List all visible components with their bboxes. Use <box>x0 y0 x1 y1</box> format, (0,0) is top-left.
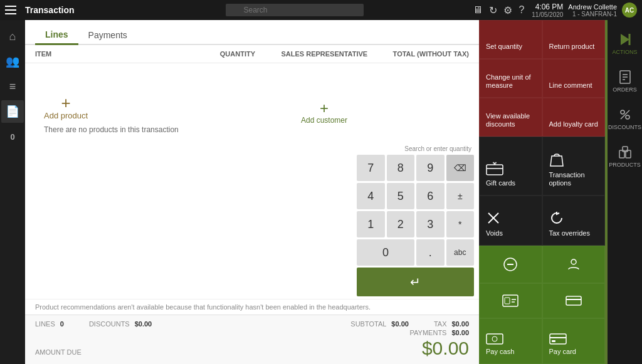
tab-lines[interactable]: Lines <box>35 24 78 45</box>
search-input[interactable] <box>226 4 364 16</box>
numpad-enter[interactable]: ↵ <box>357 268 474 296</box>
refresh-icon[interactable]: ↻ <box>489 4 497 16</box>
col-item-header: ITEM <box>35 50 209 58</box>
sidebar-menu[interactable]: ≡ <box>1 75 24 98</box>
payments-label: PAYMENTS <box>410 329 447 336</box>
tax-value: $0.00 <box>451 320 469 328</box>
gift-cards-btn[interactable]: Gift cards <box>479 137 542 195</box>
numpad-5[interactable]: 5 <box>387 183 415 209</box>
change-unit-btn[interactable]: Change unit of measure <box>479 59 542 98</box>
discounts-label: DISCOUNTS <box>608 124 641 130</box>
user-info: Andrew Collette 1 - SANFRAN-1 <box>568 3 617 18</box>
actions-sidebar-item[interactable]: ACTIONS <box>608 25 642 63</box>
actions-label: ACTIONS <box>612 49 637 55</box>
return-product-btn[interactable]: Return product <box>542 20 606 59</box>
add-customer-button[interactable]: + Add customer <box>301 101 347 125</box>
sidebar-page[interactable]: 📄 <box>1 100 24 123</box>
settings-icon[interactable]: ⚙ <box>503 4 512 16</box>
numpad-plusminus[interactable]: ± <box>446 183 475 209</box>
no-products-text: There are no products in this transactio… <box>44 125 179 134</box>
svg-line-27 <box>621 110 629 119</box>
tab-payments[interactable]: Payments <box>78 25 137 44</box>
actions-icon <box>618 33 632 46</box>
numpad-4[interactable]: 4 <box>357 183 385 209</box>
discounts-label: DISCOUNTS <box>89 320 130 328</box>
date: 11/05/2020 <box>532 11 563 18</box>
numpad-abc[interactable]: abc <box>446 239 475 266</box>
pay-card-icon <box>549 333 567 345</box>
orders-icon <box>618 70 632 84</box>
numpad-2[interactable]: 2 <box>387 211 415 237</box>
svg-point-25 <box>621 110 624 114</box>
search-wrap <box>226 4 364 16</box>
left-sidebar: ⌂ 👥 ≡ 📄 0 <box>0 20 25 364</box>
bottom-bar: LINES 0 DISCOUNTS $0.00 SUBTOTAL $0.00 <box>25 315 479 364</box>
tax-overrides-btn[interactable]: Tax overrides <box>542 195 606 246</box>
person-btn[interactable] <box>542 246 606 283</box>
sidebar-home[interactable]: ⌂ <box>1 25 24 48</box>
svg-rect-9 <box>503 295 518 306</box>
credit-card-icon <box>566 294 582 307</box>
svg-rect-13 <box>566 296 581 305</box>
line-comment-btn[interactable]: Line comment <box>542 59 606 98</box>
discounts-stat: DISCOUNTS $0.00 <box>89 320 152 328</box>
cash-icon <box>486 333 503 345</box>
pay-cash-btn[interactable]: Pay cash <box>479 318 542 364</box>
x-icon <box>486 211 501 226</box>
svg-rect-10 <box>505 298 510 304</box>
set-quantity-btn[interactable]: Set quantity <box>479 20 542 59</box>
numpad-multiply[interactable]: * <box>446 211 475 237</box>
svg-point-26 <box>626 115 629 119</box>
hamburger-menu[interactable] <box>5 3 20 18</box>
refresh-icon <box>549 211 564 226</box>
monitor-icon[interactable]: 🖥 <box>473 4 483 16</box>
sidebar-users[interactable]: 👥 <box>1 50 24 73</box>
discounts-icon <box>618 108 632 122</box>
svg-rect-19 <box>552 340 555 342</box>
person-icon <box>566 257 581 272</box>
lines-label: LINES <box>35 320 55 328</box>
time: 4:06 PM <box>532 3 563 11</box>
view-discounts-btn[interactable]: View available discounts <box>479 98 542 137</box>
products-sidebar-item[interactable]: PRODUCTS <box>608 138 642 175</box>
subtract-btn[interactable] <box>479 246 542 283</box>
user-name: Andrew Collette <box>568 3 617 11</box>
discounts-sidebar-item[interactable]: DISCOUNTS <box>608 100 642 138</box>
tax-label: TAX <box>434 320 447 328</box>
table-header: ITEM QUANTITY SALES REPRESENTATIVE TOTAL… <box>25 45 479 63</box>
numpad-1[interactable]: 1 <box>357 211 385 237</box>
numpad-backspace[interactable]: ⌫ <box>446 155 475 181</box>
svg-point-8 <box>571 259 576 264</box>
add-loyalty-btn[interactable]: Add loyalty card <box>542 98 606 137</box>
add-product-button[interactable]: + Add product <box>44 95 88 120</box>
numpad-7[interactable]: 7 <box>357 155 385 181</box>
id-btn[interactable] <box>479 283 542 318</box>
numpad-9[interactable]: 9 <box>416 155 445 181</box>
subtotal-value: $0.00 <box>391 320 409 328</box>
amount-due-value: $0.00 <box>422 338 469 359</box>
numpad-0[interactable]: 0 <box>357 239 414 266</box>
tabs-bar: Lines Payments <box>25 20 479 45</box>
numpad-8[interactable]: 8 <box>387 155 415 181</box>
svg-rect-15 <box>487 334 503 344</box>
user-avatar[interactable]: AC <box>622 3 637 18</box>
payments-value: $0.00 <box>451 329 469 336</box>
products-icon <box>618 145 632 159</box>
numpad-dot[interactable]: . <box>416 239 445 266</box>
right-sidebar: ACTIONS ORDERS <box>608 20 642 364</box>
numpad-3[interactable]: 3 <box>416 211 445 237</box>
col-qty-header: QUANTITY <box>209 50 266 58</box>
discounts-value: $0.00 <box>135 320 152 328</box>
store-id: 1 - SANFRAN-1 <box>568 11 617 18</box>
transaction-options-btn[interactable]: Transaction options <box>542 137 606 195</box>
orders-sidebar-item[interactable]: ORDERS <box>608 63 642 100</box>
card2-btn[interactable] <box>542 283 606 318</box>
lines-stat: LINES 0 <box>35 320 64 328</box>
pay-card-btn[interactable]: Pay card <box>542 318 606 364</box>
numpad-6[interactable]: 6 <box>416 183 445 209</box>
help-icon[interactable]: ? <box>518 4 524 16</box>
svg-rect-30 <box>623 147 628 152</box>
topbar: Transaction 🖥 ↻ ⚙ ? 4:06 PM 11/05/2020 A… <box>0 0 642 20</box>
sidebar-zero[interactable]: 0 <box>1 125 24 148</box>
voids-btn[interactable]: Voids <box>479 195 542 246</box>
